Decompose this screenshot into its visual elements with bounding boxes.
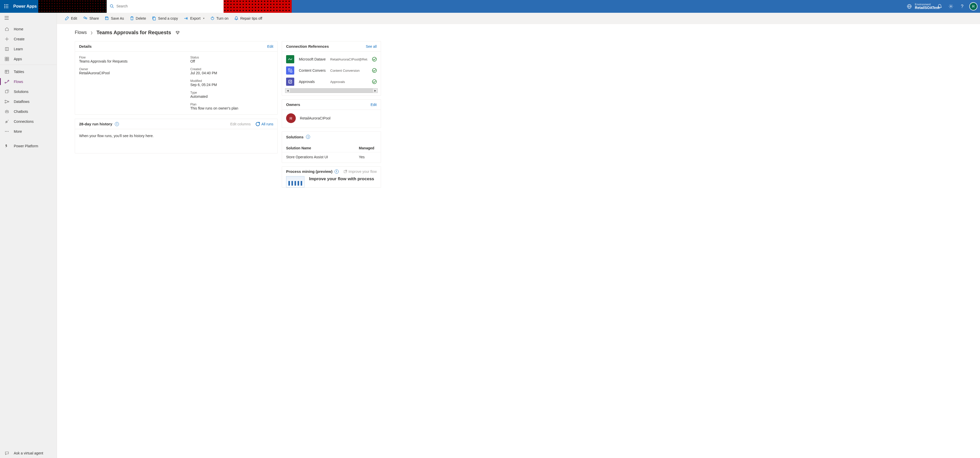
cmd-edit[interactable]: Edit <box>62 13 80 24</box>
save-icon <box>105 16 109 20</box>
solutions-card: Solutions i Solution Name Managed Store … <box>282 131 381 163</box>
connection-name: Content Conversion <box>299 69 326 72</box>
check-icon <box>372 57 377 62</box>
decorative-band-black <box>38 0 107 13</box>
svg-point-33 <box>8 101 9 102</box>
breadcrumb-root[interactable]: Flows <box>75 30 87 35</box>
created-label: Created <box>190 67 239 71</box>
nav-dataflows[interactable]: Dataflows <box>0 96 57 107</box>
waffle-icon <box>4 4 8 8</box>
details-card: Details Edit FlowTeams Approvals for Req… <box>75 41 278 115</box>
svg-point-30 <box>8 80 9 81</box>
connection-row[interactable]: Content Conversion Content Conversion <box>282 65 381 76</box>
connection-references-card: Connection References See all Microsoft … <box>282 41 381 96</box>
details-edit-link[interactable]: Edit <box>267 45 273 48</box>
notifications-button[interactable] <box>935 0 945 13</box>
nav-collapse-button[interactable] <box>0 13 57 23</box>
svg-rect-23 <box>7 57 9 59</box>
solution-name: Store Operations Assist UI <box>286 155 359 159</box>
nav-apps[interactable]: Apps <box>0 54 57 64</box>
cmd-send-copy[interactable]: Send a copy <box>149 13 181 24</box>
type-value: Automated <box>190 94 239 99</box>
chevron-right-icon: ❯ <box>90 31 93 35</box>
book-icon <box>5 47 9 51</box>
edit-columns-link[interactable]: Edit columns <box>230 122 251 126</box>
info-icon[interactable]: i <box>334 169 339 174</box>
left-nav: Home Create Learn Apps Tables Flows Solu… <box>0 13 57 458</box>
settings-button[interactable] <box>946 0 956 13</box>
connection-name: Microsoft Dataverse <box>299 57 326 61</box>
gear-icon <box>948 4 953 9</box>
nav-chatbots[interactable]: Chatbots <box>0 107 57 116</box>
connection-row[interactable]: Approvals Approvals <box>282 76 381 87</box>
refresh-icon[interactable] <box>256 122 260 126</box>
history-empty-text: When your flow runs, you'll see its hist… <box>75 129 277 153</box>
cmd-repair-tips-off[interactable]: Repair tips off <box>231 13 265 24</box>
improve-flow-link[interactable]: Improve your flow <box>344 169 377 174</box>
chatbot-icon <box>5 110 9 113</box>
content-scroll[interactable]: Flows ❯ Teams Approvals for Requests Det… <box>57 24 980 458</box>
nav-label: Solutions <box>14 89 29 94</box>
decorative-band-red <box>224 0 292 13</box>
owner-name: RetailAuroraCIPool <box>300 116 331 120</box>
connections-see-all[interactable]: See all <box>366 45 377 48</box>
hamburger-icon <box>5 16 9 20</box>
nav-solutions[interactable]: Solutions <box>0 86 57 96</box>
nav-learn[interactable]: Learn <box>0 44 57 54</box>
nav-label: Power Platform <box>14 144 38 148</box>
account-avatar[interactable]: R <box>969 2 977 10</box>
app-launcher-button[interactable] <box>0 0 13 13</box>
nav-label: Dataflows <box>14 100 29 104</box>
nav-label: Flows <box>14 80 23 84</box>
process-mining-title: Process mining (preview) <box>286 169 332 174</box>
check-icon <box>372 68 377 73</box>
cmd-turn-on[interactable]: Turn on <box>207 13 232 24</box>
nav-power-platform[interactable]: Power Platform <box>0 141 57 151</box>
svg-rect-3 <box>4 6 5 6</box>
svg-point-9 <box>110 5 113 7</box>
nav-more[interactable]: ···More <box>0 126 57 136</box>
svg-rect-44 <box>288 69 290 70</box>
info-icon[interactable]: i <box>306 135 310 139</box>
global-search[interactable] <box>107 2 224 10</box>
status-value: Off <box>190 59 239 63</box>
top-right-actions: ? R <box>935 0 977 13</box>
search-input[interactable] <box>116 4 221 8</box>
power-platform-icon <box>5 144 9 148</box>
help-button[interactable]: ? <box>957 0 967 13</box>
col-solution-name: Solution Name <box>286 146 359 150</box>
plus-icon <box>5 37 9 41</box>
nav-create[interactable]: Create <box>0 34 57 44</box>
nav-home[interactable]: Home <box>0 24 57 34</box>
cmd-save-as[interactable]: Save As <box>102 13 127 24</box>
owners-edit-link[interactable]: Edit <box>371 103 377 107</box>
nav-ask-agent[interactable]: Ask a virtual agent <box>0 448 57 458</box>
cmd-share[interactable]: Share <box>80 13 102 24</box>
history-title: 28-day run history <box>79 122 112 126</box>
nav-connections[interactable]: Connections <box>0 116 57 126</box>
all-runs-link[interactable]: All runs <box>261 122 273 126</box>
info-icon[interactable]: i <box>115 122 119 126</box>
svg-rect-24 <box>5 59 6 61</box>
svg-rect-22 <box>5 57 6 59</box>
modified-value: Sep 6, 05:24 PM <box>190 83 239 87</box>
scroll-left-icon[interactable]: ◀ <box>285 89 290 93</box>
nav-flows[interactable]: Flows <box>0 77 57 86</box>
nav-label: Learn <box>14 47 23 51</box>
nav-tables[interactable]: Tables <box>0 67 57 77</box>
modified-label: Modified <box>190 79 239 83</box>
environment-picker[interactable]: Environment RetailSOATest <box>907 3 939 10</box>
svg-rect-7 <box>6 7 6 8</box>
horizontal-scrollbar[interactable]: ◀ ▶ <box>285 88 378 93</box>
scroll-track[interactable] <box>290 89 373 93</box>
solution-row[interactable]: Store Operations Assist UI Yes <box>282 152 381 160</box>
approvals-icon <box>286 78 294 86</box>
cmd-export[interactable]: Export▾ <box>181 13 207 24</box>
svg-rect-34 <box>5 110 8 113</box>
scroll-right-icon[interactable]: ▶ <box>373 89 377 93</box>
connection-row[interactable]: Microsoft Dataverse RetailAuroraCIPool@R… <box>282 54 381 65</box>
delete-icon <box>130 16 134 21</box>
flow-value: Teams Approvals for Requests <box>79 59 180 63</box>
cmd-delete[interactable]: Delete <box>127 13 149 24</box>
brand-title[interactable]: Power Apps <box>13 4 37 9</box>
